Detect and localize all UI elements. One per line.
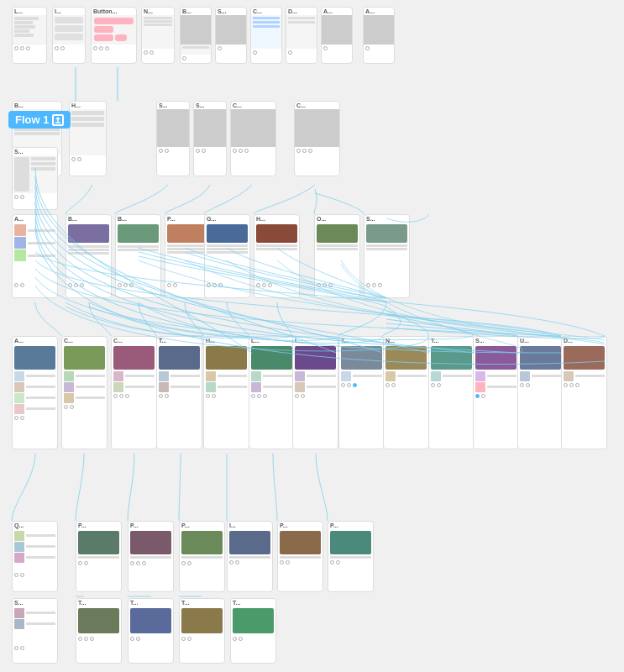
node-I-row5[interactable]: I... — [227, 521, 273, 592]
node-P3-row5[interactable]: P... — [179, 521, 225, 592]
node-C2-row4[interactable]: C... — [111, 336, 157, 449]
flow-canvas: Flow 1 L... I... — [0, 0, 624, 672]
node-Q-row5[interactable]: Q... — [12, 521, 58, 592]
node-C-row0[interactable]: C... — [250, 7, 282, 64]
node-A-row0[interactable]: A... — [321, 7, 353, 64]
node-S-row3[interactable]: S... — [364, 214, 410, 298]
node-P4-row5[interactable]: P... — [277, 521, 323, 592]
node-L-row0[interactable]: L... — [12, 7, 47, 64]
node-S-row1b[interactable]: S... — [193, 101, 227, 176]
node-T2-row4[interactable]: T... — [338, 336, 385, 449]
node-title: L... — [13, 8, 46, 15]
node-S-row1a[interactable]: S... — [156, 101, 190, 176]
node-T4-row6[interactable]: T... — [230, 598, 276, 664]
node-I-row0[interactable]: I... — [52, 7, 86, 64]
node-A2-row0[interactable]: A... — [363, 7, 395, 64]
flow-label: Flow 1 — [15, 113, 49, 126]
node-S-row0[interactable]: S... — [215, 7, 247, 64]
node-S-row6[interactable]: S... — [12, 598, 58, 664]
node-U-row4[interactable]: U... — [517, 336, 564, 449]
node-D-row4[interactable]: D... — [561, 336, 607, 449]
node-H-row1[interactable]: H... — [69, 101, 107, 176]
node-P-row5[interactable]: P... — [76, 521, 122, 592]
node-B-row0[interactable]: B... — [180, 7, 212, 64]
node-T-row4[interactable]: T... — [156, 336, 202, 449]
node-T-row6[interactable]: T... — [76, 598, 122, 664]
flow-badge[interactable]: Flow 1 — [8, 111, 71, 129]
node-S-row4[interactable]: S... — [473, 336, 519, 449]
node-T3-row4[interactable]: T... — [428, 336, 475, 449]
node-P2-row5[interactable]: P... — [128, 521, 174, 592]
node-P5-row5[interactable]: P... — [328, 521, 374, 592]
node-C-row1[interactable]: C... — [230, 101, 276, 176]
export-icon — [52, 114, 64, 126]
node-T2-row6[interactable]: T... — [128, 598, 174, 664]
node-N-row0[interactable]: N... — [141, 7, 175, 64]
node-L2-row4[interactable]: L... — [292, 336, 338, 449]
node-N-row4[interactable]: N... — [383, 336, 429, 449]
node-A-row4[interactable]: A... — [12, 336, 58, 449]
node-S-row2[interactable]: S... — [12, 147, 58, 210]
node-D-row0[interactable]: D... — [286, 7, 317, 64]
node-G-row3[interactable]: G... — [204, 214, 250, 298]
node-B2-row3[interactable]: B... — [115, 214, 161, 298]
node-C-row4[interactable]: C... — [61, 336, 107, 449]
node-H-row3[interactable]: H... — [254, 214, 300, 298]
node-Button-row0[interactable]: Button... — [91, 7, 137, 64]
node-H-row4[interactable]: H... — [203, 336, 249, 449]
node-B-row3[interactable]: B... — [66, 214, 112, 298]
node-C-row1b[interactable]: C... — [294, 101, 340, 176]
node-A-row3[interactable]: A... — [12, 214, 58, 298]
node-T3-row6[interactable]: T... — [179, 598, 225, 664]
node-L-row4[interactable]: L... — [249, 336, 295, 449]
node-O-row3[interactable]: O... — [314, 214, 360, 298]
